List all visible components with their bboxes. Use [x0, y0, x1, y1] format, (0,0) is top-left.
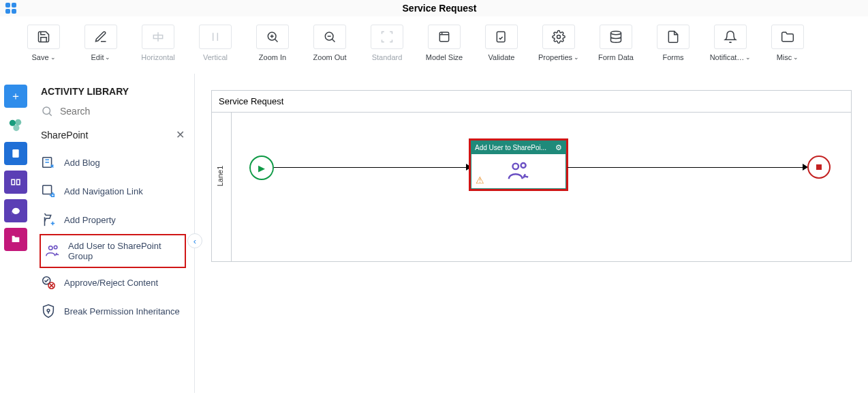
rail-clipboard-icon[interactable] — [4, 142, 27, 165]
toolbar-zoomin-label: Zoom In — [259, 53, 286, 61]
svg-point-26 — [54, 246, 57, 249]
zoom-in-icon — [256, 25, 289, 49]
toolbar-properties-label: Properties — [538, 53, 572, 61]
forms-icon — [657, 25, 689, 49]
activity-add-blog[interactable]: Add Blog — [31, 148, 194, 177]
activity-node-body: ⚠ — [471, 154, 565, 188]
toolbar-edit[interactable]: Edit⌄ — [74, 25, 128, 61]
toolbar-forms[interactable]: Forms — [646, 25, 700, 61]
collapse-sidebar-button[interactable]: ‹ — [187, 233, 202, 248]
rail-add-icon[interactable]: ＋ — [4, 85, 27, 108]
folder-icon — [771, 25, 804, 49]
standard-icon — [371, 25, 403, 49]
svg-rect-19 — [12, 179, 15, 185]
svg-point-29 — [47, 309, 50, 312]
toolbar: Save⌄ Edit⌄ Horizontal Vertical Zoom In … — [0, 16, 868, 74]
category-label: SharePoint — [41, 130, 88, 141]
bell-icon — [714, 25, 747, 49]
toolbar-model-size[interactable]: Model Size — [417, 25, 471, 61]
svg-rect-18 — [12, 149, 18, 158]
align-vertical-icon — [199, 25, 232, 49]
add-user-icon — [506, 160, 531, 183]
toolbar-validate-label: Validate — [489, 53, 515, 61]
search-row — [31, 102, 194, 124]
approve-icon — [41, 275, 56, 290]
process-name: Service Request — [212, 91, 851, 113]
activity-label: Approve/Reject Content — [64, 278, 158, 288]
end-node[interactable] — [807, 156, 831, 179]
align-horizontal-icon — [142, 25, 174, 49]
toolbar-forms-label: Forms — [662, 53, 683, 61]
toolbar-formdata-label: Form Data — [598, 53, 634, 61]
activity-node-header: Add User to SharePoi... ⚙ — [471, 141, 565, 154]
blog-icon — [41, 155, 56, 170]
save-icon — [27, 25, 60, 49]
left-rail: ＋ — [0, 74, 31, 393]
search-icon — [41, 105, 53, 117]
toolbar-vertical-label: Vertical — [203, 53, 228, 61]
svg-point-21 — [43, 107, 50, 115]
toolbar-validate[interactable]: Validate — [474, 25, 529, 61]
activity-add-property[interactable]: Add Property — [31, 205, 194, 234]
svg-rect-12 — [497, 32, 505, 42]
activity-break-permission-inheritance[interactable]: Break Permission Inheritance — [31, 297, 194, 325]
edit-icon — [84, 25, 117, 49]
chevron-down-icon: ⌄ — [574, 54, 579, 61]
toolbar-modelsize-label: Model Size — [426, 53, 463, 61]
nav-link-icon — [41, 183, 56, 198]
model-size-icon — [428, 25, 461, 49]
connector-1 — [274, 167, 471, 168]
activity-node[interactable]: Add User to SharePoi... ⚙ ⚠ — [471, 141, 566, 189]
app-menu-icon[interactable] — [5, 3, 16, 14]
close-icon[interactable]: ✕ — [176, 128, 185, 141]
activity-add-user-to-sharepoint-group[interactable]: Add User to SharePoint Group — [40, 234, 186, 268]
toolbar-zoom-out[interactable]: Zoom Out — [303, 25, 357, 61]
activity-library-panel: ACTIVITY LIBRARY SharePoint ✕ Add Blog A… — [31, 74, 195, 393]
toolbar-notifications[interactable]: Notificat…⌄ — [703, 25, 758, 61]
activity-label: Add Blog — [64, 158, 100, 168]
toolbar-save[interactable]: Save⌄ — [16, 25, 71, 61]
toolbar-misc-label: Misc — [777, 53, 792, 61]
warning-icon: ⚠ — [476, 175, 484, 186]
svg-point-16 — [15, 119, 21, 126]
svg-point-17 — [13, 125, 19, 131]
svg-point-15 — [10, 120, 16, 126]
activity-add-navigation-link[interactable]: Add Navigation Link — [31, 177, 194, 205]
gear-icon[interactable]: ⚙ — [555, 143, 562, 152]
category-row: SharePoint ✕ — [31, 124, 194, 148]
search-input[interactable] — [60, 106, 185, 117]
toolbar-zoomout-label: Zoom Out — [313, 53, 347, 61]
connector-2 — [568, 167, 806, 168]
toolbar-vertical: Vertical — [188, 25, 243, 61]
lane-label: Lane1 — [216, 166, 224, 187]
svg-line-9 — [332, 39, 335, 42]
svg-rect-20 — [17, 179, 20, 185]
activity-approve-reject-content[interactable]: Approve/Reject Content — [31, 268, 194, 297]
svg-line-5 — [275, 39, 277, 42]
toolbar-properties[interactable]: Properties⌄ — [531, 25, 586, 61]
activity-label: Add Navigation Link — [64, 186, 143, 196]
rail-folder-icon[interactable] — [4, 228, 27, 251]
rail-chat-icon[interactable] — [4, 199, 27, 222]
toolbar-zoom-in[interactable]: Zoom In — [245, 25, 300, 61]
start-node[interactable]: ▶ — [249, 156, 274, 180]
property-icon — [41, 212, 56, 227]
process-canvas[interactable]: Service Request Lane1 ▶ Add User to Shar… — [211, 90, 852, 262]
activity-label: Add Property — [64, 215, 116, 225]
toolbar-standard-label: Standard — [372, 53, 403, 61]
toolbar-misc[interactable]: Misc⌄ — [760, 25, 815, 61]
rail-sharepoint-icon[interactable] — [4, 113, 27, 136]
svg-point-13 — [557, 35, 561, 39]
chevron-down-icon: ⌄ — [105, 54, 110, 61]
process-canvas-wrap: Service Request Lane1 ▶ Add User to Shar… — [195, 74, 868, 393]
page-title: Service Request — [16, 3, 863, 14]
app-header: Service Request — [0, 0, 868, 16]
activity-node-title: Add User to SharePoi... — [475, 144, 546, 151]
svg-rect-11 — [439, 32, 448, 41]
toolbar-form-data[interactable]: Form Data — [589, 25, 643, 61]
validate-icon — [485, 25, 518, 49]
sidebar-title: ACTIVITY LIBRARY — [31, 74, 194, 102]
toolbar-standard: Standard — [360, 25, 414, 61]
rail-activity-icon[interactable] — [4, 171, 27, 194]
chevron-down-icon: ⌄ — [793, 54, 799, 61]
